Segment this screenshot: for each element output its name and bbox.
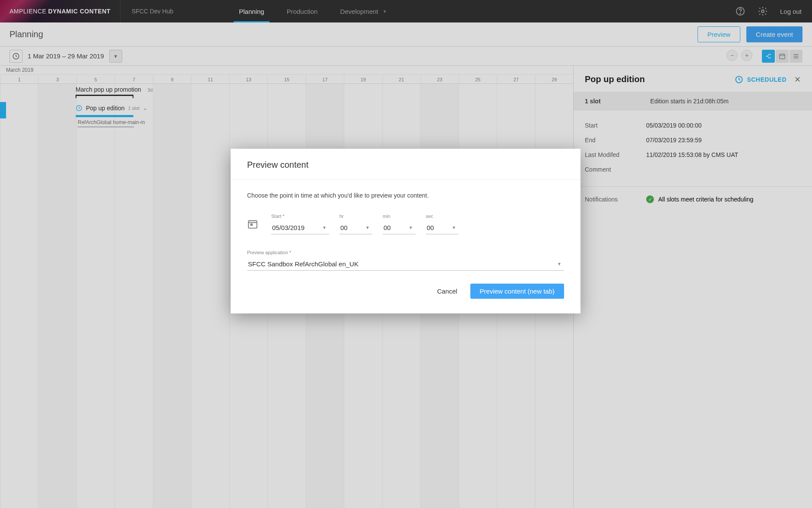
cancel-button[interactable]: Cancel <box>437 288 457 295</box>
calendar-icon <box>247 218 258 230</box>
start-date-field[interactable]: Start * 05/03/2019 ▼ <box>271 214 329 234</box>
second-value[interactable]: 00 <box>426 221 459 234</box>
hour-label: hr <box>339 214 372 219</box>
second-field[interactable]: sec 00 ▼ <box>426 214 459 234</box>
minute-value[interactable]: 00 <box>383 221 416 234</box>
datetime-row: Start * 05/03/2019 ▼ hr 00 ▼ min 00 ▼ se… <box>247 214 564 234</box>
modal-title: Preview content <box>247 160 564 170</box>
preview-app-field[interactable]: Preview application * SFCC Sandbox RefAr… <box>247 250 564 271</box>
modal-desc: Choose the point in time at which you'd … <box>247 192 564 199</box>
hour-field[interactable]: hr 00 ▼ <box>339 214 372 234</box>
svg-rect-8 <box>251 224 253 226</box>
preview-modal: Preview content Choose the point in time… <box>231 149 580 313</box>
second-label: sec <box>426 214 459 219</box>
minute-label: min <box>383 214 416 219</box>
preview-app-value[interactable]: SFCC Sandbox RefArchGlobal en_UK <box>247 258 564 271</box>
start-date-value[interactable]: 05/03/2019 <box>271 221 329 234</box>
modal-body: Choose the point in time at which you'd … <box>231 180 580 275</box>
modal-header: Preview content <box>231 149 580 180</box>
start-date-label: Start * <box>271 214 329 219</box>
minute-field[interactable]: min 00 ▼ <box>383 214 416 234</box>
preview-app-label: Preview application * <box>247 250 564 255</box>
hour-value[interactable]: 00 <box>339 221 372 234</box>
preview-confirm-button[interactable]: Preview content (new tab) <box>470 284 564 299</box>
modal-footer: Cancel Preview content (new tab) <box>231 275 580 313</box>
